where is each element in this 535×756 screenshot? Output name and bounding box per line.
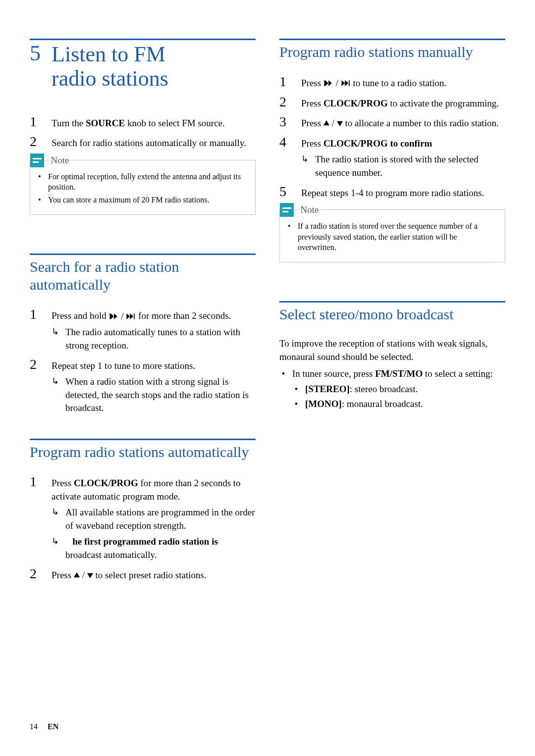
step-number: 2 [30,567,45,582]
step-number: 5 [279,185,294,200]
section-heading: Program radio stations manually [279,39,505,61]
step: 2 Press CLOCK/PROG to activate the progr… [279,95,505,110]
step-text: Search for radio stations automatically … [52,135,256,150]
step: 2 Repeat step 1 to tune to more stations… [30,357,256,415]
bullet-item: [MONO]: monaural broadcast. [292,398,493,411]
step: 2 Press / to select preset radio station… [30,567,256,582]
step-number: 1 [30,307,45,353]
svg-marker-16 [345,80,348,86]
note-item: You can store a maximum of 20 FM radio s… [38,195,247,205]
result-arrow-icon: ↳ [52,535,60,561]
step-number: 4 [279,135,294,180]
svg-marker-11 [87,573,93,578]
svg-marker-13 [325,80,328,86]
svg-marker-15 [341,80,345,86]
step-number: 3 [279,115,294,130]
step: 1 Turn the SOURCE knob to select FM sour… [30,115,256,130]
svg-rect-17 [349,80,350,86]
bullet-item: [STEREO]: stereo broadcast. [292,383,493,396]
chapter-number: 5 [30,42,41,91]
chapter-title: Listen to FM radio stations [52,42,168,91]
note-label: Note [49,154,71,167]
skip-prev-next-icon: / [109,310,136,323]
svg-marker-14 [328,80,332,86]
chapter-heading: 5 Listen to FM radio stations [30,39,256,91]
svg-marker-7 [127,313,130,319]
svg-marker-19 [337,121,343,126]
note-item: If a radio station is stored over the se… [288,221,497,253]
step-number: 1 [30,475,45,562]
note-box: Note For optimal reception, fully extend… [30,160,256,215]
note-item: For optimal reception, fully extend the … [38,171,247,193]
step: 4 Press CLOCK/PROG to confirm ↳ The radi… [279,135,505,180]
up-down-icon: / [74,570,93,580]
result-arrow-icon: ↳ [301,153,310,179]
section-heading: Select stereo/mono broadcast [279,301,505,323]
section-heading: Search for a radio station automatically [30,253,256,294]
note-icon [30,153,44,167]
step-number: 2 [30,357,45,415]
bullet-item: In tuner source, press FM/ST/MO to selec… [279,367,505,413]
language-code: EN [48,722,58,731]
step-number: 2 [279,95,294,110]
up-down-icon: / [323,118,343,128]
paragraph: To improve the reception of stations wit… [279,337,505,363]
svg-marker-18 [323,120,329,125]
page-footer: 14 EN [30,722,58,731]
note-box: Note If a radio station is stored over t… [279,209,505,262]
step: 1 Press CLOCK/PROG for more than 2 secon… [30,475,256,562]
result-arrow-icon: ↳ [52,375,60,415]
svg-marker-6 [114,313,117,319]
result-arrow-icon: ↳ [52,326,60,352]
svg-marker-10 [74,572,80,577]
skip-prev-next-icon: / [323,78,351,88]
step: 3 Press / to allocate a number to this r… [279,115,505,130]
note-icon [280,203,294,217]
step-number: 1 [279,75,294,90]
step: 1 Press / to tune to a radio station. [279,75,505,90]
step-number: 1 [30,115,45,130]
svg-rect-4 [109,313,110,319]
section-heading: Program radio stations automatically [30,439,256,461]
result-arrow-icon: ↳ [52,506,60,532]
step-text: Turn the SOURCE knob to select FM source… [52,115,256,130]
svg-rect-12 [324,80,325,86]
note-label: Note [299,203,321,216]
page-number: 14 [30,722,38,731]
step-number: 2 [30,135,45,150]
step: 2 Search for radio stations automaticall… [30,135,256,150]
step: 5 Repeat steps 1-4 to program more radio… [279,185,505,200]
svg-marker-5 [110,313,114,319]
svg-rect-9 [134,313,135,319]
svg-marker-8 [130,313,134,319]
step: 1 Press and hold / for more than 2 secon… [30,307,256,353]
